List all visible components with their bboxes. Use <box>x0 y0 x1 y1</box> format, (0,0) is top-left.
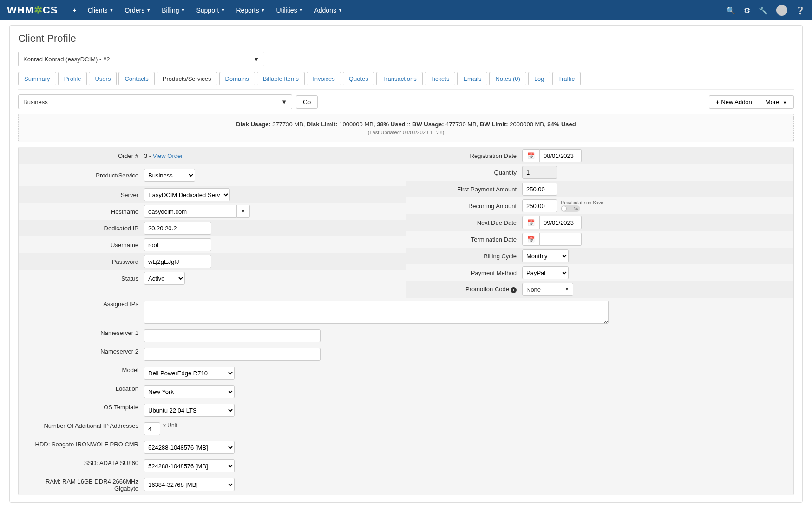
nav-addons[interactable]: Addons▼ <box>308 0 347 20</box>
username-input[interactable] <box>144 238 211 251</box>
tab-domains[interactable]: Domains <box>219 72 255 85</box>
tab-traffic[interactable]: Traffic <box>552 72 581 85</box>
tab-invoices[interactable]: Invoices <box>307 72 341 85</box>
page-title: Client Profile <box>18 33 794 45</box>
calendar-icon[interactable]: 📅 <box>522 233 540 246</box>
search-icon[interactable]: 🔍 <box>726 6 735 15</box>
next-due-input[interactable] <box>540 216 582 229</box>
tab-profile[interactable]: Profile <box>58 72 87 85</box>
usage-stats: Disk Usage: 377730 MB, Disk Limit: 10000… <box>18 114 794 142</box>
tab-emails[interactable]: Emails <box>457 72 487 85</box>
avatar[interactable] <box>776 5 787 16</box>
password-input[interactable] <box>144 255 211 268</box>
nav-clients[interactable]: Clients▼ <box>82 0 119 20</box>
tab-users[interactable]: Users <box>89 72 117 85</box>
order-label: Order # <box>23 152 144 159</box>
quantity-input <box>522 166 557 179</box>
model-select[interactable]: Dell PowerEdge R710 <box>144 367 235 380</box>
wrench-icon[interactable]: 🔧 <box>759 6 768 15</box>
go-button[interactable]: Go <box>296 95 318 109</box>
chevron-down-icon: ▼ <box>281 98 287 105</box>
settings-icon[interactable]: ⚙ <box>744 6 750 15</box>
caret-icon: ▼ <box>146 8 151 13</box>
server-select[interactable]: EasyDCIM Dedicated Server (1/... <box>144 188 230 201</box>
hostname-dropdown[interactable]: ▼ <box>237 205 250 218</box>
recalc-label: Recalculate on Save <box>561 200 603 205</box>
calendar-icon[interactable]: 📅 <box>522 216 540 229</box>
plus-icon: + <box>73 7 77 14</box>
caret-icon: ▼ <box>110 8 114 13</box>
first-pay-input[interactable] <box>522 183 557 196</box>
hdd-label: HDD: Seagate IRONWOLF PRO CMR <box>23 441 144 448</box>
tab-quotes[interactable]: Quotes <box>343 72 374 85</box>
caret-icon: ▼ <box>565 287 569 292</box>
plus-icon: + <box>716 98 720 105</box>
tab-summary[interactable]: Summary <box>18 72 56 85</box>
os-template-select[interactable]: Ubuntu 22.04 LTS <box>144 404 235 417</box>
product-select[interactable]: Business <box>144 169 195 182</box>
nav-reports[interactable]: Reports▼ <box>230 0 270 20</box>
payment-method-label: Payment Method <box>411 269 522 276</box>
ssd-select[interactable]: 524288-1048576 [MB] <box>144 459 235 472</box>
recalc-toggle[interactable]: No <box>561 205 580 212</box>
ns2-input[interactable] <box>144 348 321 361</box>
nav-orders[interactable]: Orders▼ <box>119 0 156 20</box>
assigned-ips-label: Assigned IPs <box>23 301 144 308</box>
product-label: Product/Service <box>23 172 144 179</box>
term-date-input[interactable] <box>540 233 582 246</box>
next-due-label: Next Due Date <box>411 219 522 226</box>
username-label: Username <box>23 242 144 249</box>
recurring-label: Recurring Amount <box>411 203 522 210</box>
tab-products-services[interactable]: Products/Services <box>157 72 217 85</box>
server-label: Server <box>23 191 144 198</box>
hdd-select[interactable]: 524288-1048576 [MB] <box>144 441 235 454</box>
tab-notes-0-[interactable]: Notes (0) <box>489 72 526 85</box>
reg-date-input[interactable] <box>540 149 582 162</box>
nav-support[interactable]: Support▼ <box>190 0 230 20</box>
client-selector[interactable]: Konrad Konrad (easyDCIM) - #2 ▼ <box>18 52 264 66</box>
quantity-label: Quantity <box>411 169 522 176</box>
os-template-label: OS Template <box>23 404 144 411</box>
tab-billable-items[interactable]: Billable Items <box>257 72 305 85</box>
info-icon[interactable]: i <box>511 287 517 293</box>
billing-cycle-select[interactable]: Monthly <box>522 249 569 262</box>
ram-label: RAM: RAM 16GB DDR4 2666MHz Gigabyte <box>23 478 144 492</box>
view-order-link[interactable]: View Order <box>153 152 183 159</box>
help-icon[interactable]: ❔ <box>796 6 805 15</box>
caret-icon: ▼ <box>241 209 245 214</box>
caret-icon: ▼ <box>299 8 303 13</box>
more-button[interactable]: More ▼ <box>759 95 794 109</box>
payment-method-select[interactable]: PayPal <box>522 266 569 279</box>
status-select[interactable]: Active <box>144 272 185 285</box>
new-addon-button[interactable]: +New Addon <box>709 95 759 109</box>
nav-billing[interactable]: Billing▼ <box>156 0 190 20</box>
ssd-label: SSD: ADATA SU860 <box>23 459 144 466</box>
unit-label: x Unit <box>163 422 177 429</box>
chevron-down-icon: ▼ <box>253 56 259 63</box>
ram-select[interactable]: 16384-32768 [MB] <box>144 478 235 491</box>
hostname-input[interactable] <box>144 205 237 218</box>
nav-plus[interactable]: + <box>67 0 82 20</box>
addl-ip-input[interactable] <box>144 422 160 435</box>
caret-icon: ▼ <box>338 8 342 13</box>
model-label: Model <box>23 367 144 373</box>
location-select[interactable]: New York <box>144 385 235 398</box>
dedicated-ip-input[interactable] <box>144 222 211 235</box>
tab-transactions[interactable]: Transactions <box>376 72 423 85</box>
logo[interactable]: WHM✲CS <box>7 4 58 16</box>
tab-log[interactable]: Log <box>528 72 550 85</box>
client-name: Konrad Konrad (easyDCIM) - #2 <box>23 56 110 63</box>
caret-icon: ▼ <box>181 8 185 13</box>
nav-utilities[interactable]: Utilities▼ <box>270 0 308 20</box>
ns1-input[interactable] <box>144 329 321 342</box>
tab-contacts[interactable]: Contacts <box>118 72 154 85</box>
assigned-ips-textarea[interactable] <box>144 301 609 324</box>
recurring-input[interactable] <box>522 199 557 212</box>
tab-tickets[interactable]: Tickets <box>425 72 456 85</box>
first-pay-label: First Payment Amount <box>411 186 522 193</box>
service-select[interactable]: Business ▼ <box>18 94 292 109</box>
calendar-icon[interactable]: 📅 <box>522 149 540 162</box>
ns1-label: Nameserver 1 <box>23 329 144 336</box>
promo-select[interactable]: None▼ <box>522 283 573 296</box>
billing-cycle-label: Billing Cycle <box>411 253 522 260</box>
